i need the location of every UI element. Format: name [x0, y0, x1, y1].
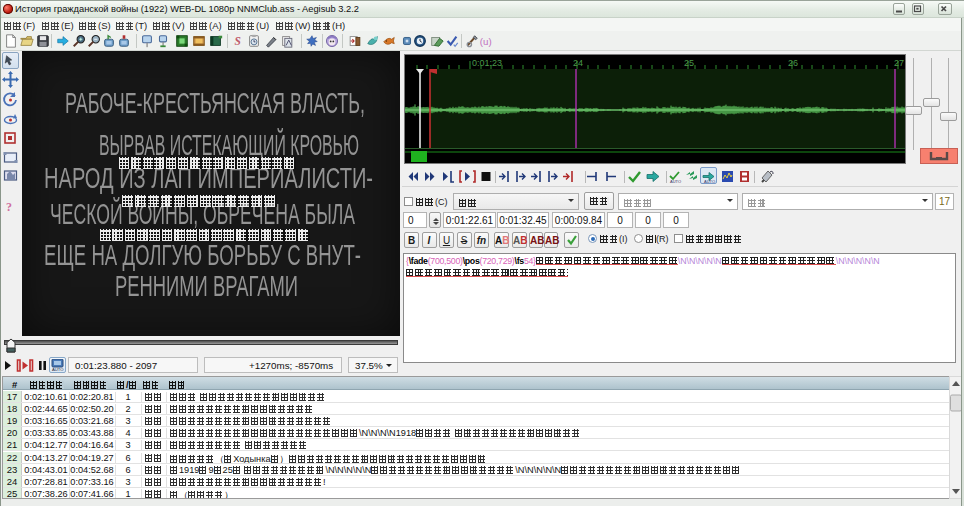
- svg-text:0:01:23: 0:01:23: [472, 58, 502, 68]
- svg-text:AUTO: AUTO: [670, 179, 681, 184]
- svg-text:27: 27: [894, 58, 904, 68]
- svg-text:AUTO: AUTO: [704, 179, 715, 183]
- svg-text:S: S: [234, 35, 240, 47]
- svg-text:24: 24: [573, 58, 583, 68]
- svg-text:(u): (u): [480, 36, 492, 47]
- svg-text:?: ?: [6, 200, 12, 214]
- svg-text:25: 25: [684, 58, 694, 68]
- svg-text:26: 26: [788, 58, 798, 68]
- svg-text:AUTO: AUTO: [52, 367, 64, 371]
